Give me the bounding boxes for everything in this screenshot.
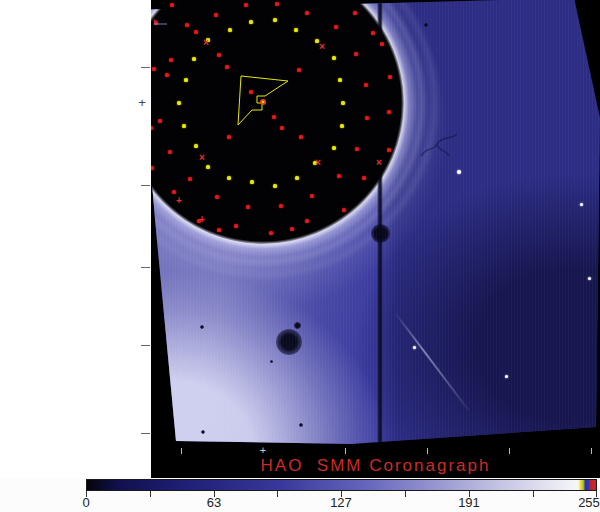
- fiducial-dot-yellow: [294, 28, 298, 32]
- fiducial-plus: +: [176, 196, 182, 206]
- fiducial-cross: ×: [315, 158, 321, 168]
- fiducial-dot-yellow: [273, 184, 277, 188]
- fiducial-dot-red: [355, 147, 359, 151]
- fiducial-dot-red: [151, 126, 153, 130]
- axis-tick: [509, 448, 510, 454]
- colorbar-strip: 063127191255: [0, 478, 600, 512]
- colorbar-label: 0: [69, 495, 103, 510]
- fiducial-dot-red: [194, 30, 198, 34]
- fiducial-dot-yellow: [184, 78, 188, 82]
- axis-tick: [141, 433, 150, 434]
- fiducial-dot-red: [170, 3, 174, 7]
- axis-tick: [591, 448, 592, 454]
- fiducial-dot-red: [280, 126, 284, 130]
- fiducial-dot-yellow: [227, 176, 231, 180]
- fiducial-dot-yellow: [249, 20, 253, 24]
- fiducial-dot-red: [337, 174, 341, 178]
- fiducial-dot-red: [387, 148, 391, 152]
- fiducial-dot-red: [151, 166, 154, 170]
- fiducial-dot-yellow: [295, 176, 299, 180]
- fiducial-dot-yellow: [182, 124, 186, 128]
- fiducial-dot-yellow: [177, 101, 181, 105]
- axis-tick: [141, 267, 150, 268]
- fiducial-dot-yellow: [332, 56, 336, 60]
- fiducial-dot-red: [249, 90, 253, 94]
- fiducial-dot-red: [353, 11, 357, 15]
- fiducial-dot-red: [217, 228, 221, 232]
- fiducial-dot-red: [365, 116, 369, 120]
- fiducial-dot-red: [188, 177, 192, 181]
- fiducial-dot-red: [371, 31, 375, 35]
- fiducial-dot-red: [244, 3, 248, 7]
- fiducial-dot-yellow: [341, 101, 345, 105]
- sun-center-marker: [260, 99, 266, 105]
- fiducial-dot-red: [169, 58, 173, 62]
- fiducial-dot-red: [334, 25, 338, 29]
- instrument-title: HAO SMM Coronagraph: [151, 456, 600, 476]
- fiducial-dot-red: [380, 42, 384, 46]
- fiducial-dot-red: [165, 73, 169, 77]
- fiducial-dot-red: [217, 53, 221, 57]
- axis-tick: [181, 448, 182, 454]
- fiducial-dot-red: [388, 75, 392, 79]
- fiducial-dot-red: [214, 13, 218, 17]
- fiducial-dot-red: [234, 224, 238, 228]
- colorbar-tick: [533, 491, 534, 497]
- fiducial-dot-red: [269, 231, 273, 235]
- fiducial-dot-yellow: [338, 78, 342, 82]
- fiducial-dot-yellow: [250, 180, 254, 184]
- colorbar-tick: [277, 491, 278, 497]
- fiducial-dot-red: [297, 68, 301, 72]
- sun-center-axis-plus: +: [135, 96, 149, 109]
- fiducial-dot-red: [225, 65, 229, 69]
- fiducial-dot-red: [364, 83, 368, 87]
- colorbar-tick: [150, 491, 151, 497]
- fiducial-dot-red: [305, 11, 309, 15]
- fiducial-dot-red: [305, 219, 309, 223]
- axis-tick: [141, 345, 150, 346]
- intensity-colorbar: [86, 479, 597, 491]
- fiducial-dot-yellow: [192, 57, 196, 61]
- axis-tick: [427, 448, 428, 454]
- coronagraph-image-panel: ×××××++ + HAO SMM Coronagraph: [151, 0, 600, 478]
- fiducial-dot-red: [275, 2, 279, 6]
- fiducial-dot-red: [342, 208, 346, 212]
- fiducial-dot-yellow: [273, 18, 277, 22]
- fiducial-dot-red: [152, 67, 156, 71]
- fiducial-dot-yellow: [340, 124, 344, 128]
- fiducial-dot-red: [272, 115, 276, 119]
- fiducial-dot-yellow: [194, 144, 198, 148]
- fiducial-cross: ×: [319, 42, 325, 52]
- fiducial-dot-red: [227, 135, 231, 139]
- fiducial-dot-red: [310, 194, 314, 198]
- axis-tick: [141, 185, 150, 186]
- fiducial-dot-red: [279, 204, 283, 208]
- fiducial-dot-red: [158, 119, 162, 123]
- fiducial-dot-red: [172, 190, 176, 194]
- fiducial-dot-red: [168, 150, 172, 154]
- colorbar-label: 63: [197, 495, 231, 510]
- colorbar-tick: [405, 491, 406, 497]
- fiducial-dot-red: [362, 176, 366, 180]
- colorbar-label: 127: [324, 495, 358, 510]
- fiducial-dot-yellow: [206, 165, 210, 169]
- fiducial-cross: ×: [203, 38, 209, 48]
- metadata-sidebar: [0, 0, 151, 478]
- fiducial-dot-red: [185, 23, 189, 27]
- colorbar-label: 255: [572, 495, 600, 510]
- fiducial-dot-yellow: [332, 146, 336, 150]
- axis-tick: [345, 448, 346, 454]
- fiducial-cross: ×: [376, 158, 382, 168]
- fiducial-cross: ×: [199, 153, 205, 163]
- fiducial-dot-red: [387, 110, 391, 114]
- fiducial-plus: +: [199, 215, 205, 225]
- sun-center-axis-plus: +: [260, 445, 266, 456]
- artifact-dash: [154, 23, 167, 25]
- fiducial-dot-red: [215, 195, 219, 199]
- fiducial-dot-red: [290, 227, 294, 231]
- axis-tick: [141, 67, 150, 68]
- fiducial-dot-red: [354, 52, 358, 56]
- fiducial-dot-red: [246, 205, 250, 209]
- colorbar-label: 191: [452, 495, 486, 510]
- fiducial-dot-yellow: [228, 28, 232, 32]
